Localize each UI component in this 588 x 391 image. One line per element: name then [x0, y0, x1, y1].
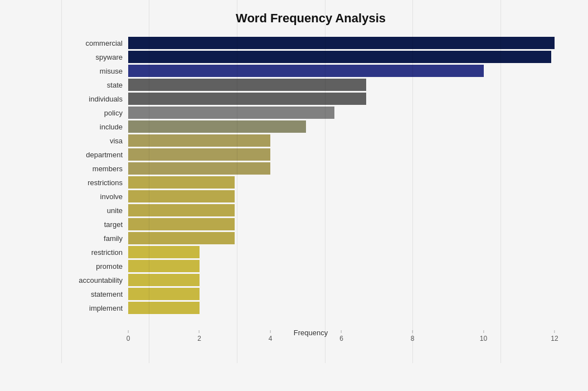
- bar-fill: [128, 79, 366, 91]
- bar-row: implement: [67, 302, 555, 314]
- bar-row: restriction: [67, 246, 555, 258]
- bar-fill: [128, 204, 235, 216]
- bar-fill: [128, 37, 555, 49]
- bar-label: include: [67, 123, 128, 131]
- bar-label: spyware: [67, 53, 128, 61]
- bar-fill: [128, 190, 235, 202]
- bar-fill: [128, 148, 270, 161]
- bar-row: department: [67, 148, 555, 161]
- bar-label: unite: [67, 206, 128, 215]
- bar-row: visa: [67, 134, 555, 147]
- bar-row: family: [67, 232, 555, 244]
- bar-fill: [128, 288, 200, 300]
- bar-fill: [128, 51, 551, 63]
- bar-fill: [128, 107, 334, 119]
- bar-row: promote: [67, 260, 555, 272]
- bar-label: members: [67, 165, 128, 173]
- bar-label: family: [67, 234, 128, 243]
- bar-fill: [128, 302, 200, 314]
- bar-fill: [128, 65, 484, 77]
- bar-rows: commercialspywaremisusestateindividualsp…: [67, 37, 555, 313]
- bar-label: individuals: [67, 95, 128, 103]
- bar-row: include: [67, 120, 555, 133]
- bar-row: unite: [67, 204, 555, 216]
- bar-label: department: [67, 151, 128, 159]
- bar-row: restrictions: [67, 176, 555, 189]
- bar-label: restriction: [67, 248, 128, 257]
- bar-row: commercial: [67, 37, 555, 49]
- bar-fill: [128, 162, 270, 175]
- bar-fill: [128, 176, 235, 189]
- x-axis-label: Frequency: [67, 329, 555, 337]
- bar-label: target: [67, 220, 128, 229]
- bar-fill: [128, 134, 270, 147]
- bar-label: policy: [67, 109, 128, 117]
- bar-fill: [128, 232, 235, 244]
- bar-label: commercial: [67, 39, 128, 47]
- bar-label: involve: [67, 192, 128, 201]
- chart-title: Word Frequency Analysis: [67, 11, 555, 26]
- chart-container: Word Frequency Analysis commercialspywar…: [0, 0, 588, 391]
- bar-label: implement: [67, 304, 128, 312]
- bar-label: visa: [67, 137, 128, 145]
- bar-fill: [128, 93, 366, 105]
- bar-row: accountability: [67, 274, 555, 286]
- bar-label: misuse: [67, 67, 128, 75]
- bar-row: members: [67, 162, 555, 175]
- bar-fill: [128, 218, 235, 230]
- bar-row: policy: [67, 107, 555, 119]
- bar-row: spyware: [67, 51, 555, 63]
- bar-row: statement: [67, 288, 555, 300]
- bar-label: promote: [67, 262, 128, 271]
- bar-label: state: [67, 81, 128, 89]
- bar-row: involve: [67, 190, 555, 202]
- bar-label: accountability: [67, 276, 128, 284]
- bar-fill: [128, 260, 200, 272]
- bar-fill: [128, 274, 200, 286]
- bar-label: restrictions: [67, 178, 128, 187]
- bar-fill: [128, 120, 306, 133]
- bar-row: state: [67, 79, 555, 91]
- bar-row: misuse: [67, 65, 555, 77]
- bar-label: statement: [67, 290, 128, 298]
- bar-row: target: [67, 218, 555, 230]
- bar-row: individuals: [67, 93, 555, 105]
- bar-fill: [128, 246, 200, 258]
